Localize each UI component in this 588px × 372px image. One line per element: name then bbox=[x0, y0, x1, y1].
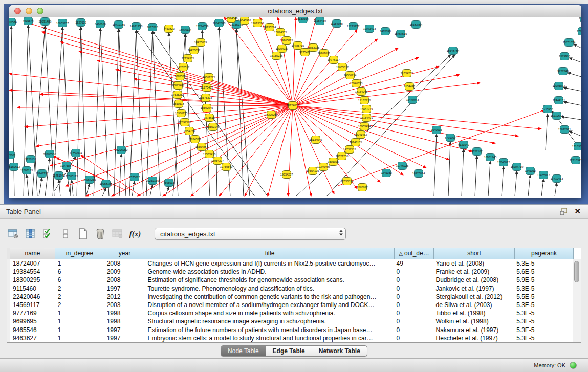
delete-column-icon[interactable] bbox=[94, 227, 106, 240]
column-header-title[interactable]: title bbox=[145, 248, 395, 259]
graph-node[interactable]: 20252150 bbox=[146, 177, 159, 185]
graph-node[interactable]: 14671958 bbox=[130, 23, 142, 30]
graph-node[interactable]: 7485093 bbox=[380, 28, 390, 35]
black-edge[interactable] bbox=[39, 178, 42, 196]
cell-name[interactable]: 18724007 bbox=[10, 259, 55, 268]
graph-node[interactable]: 9135045 bbox=[579, 17, 581, 23]
table-row[interactable]: 2242004622012Investigating the contribut… bbox=[7, 293, 573, 301]
cell-name[interactable]: 18300295 bbox=[10, 276, 55, 284]
cell-name[interactable]: 9699695 bbox=[10, 317, 55, 325]
red-edge[interactable] bbox=[293, 105, 518, 136]
cell-title[interactable]: Estimation of significance thresholds fo… bbox=[145, 276, 394, 284]
black-edge[interactable] bbox=[561, 117, 581, 120]
table-settings-icon[interactable] bbox=[7, 227, 19, 240]
graph-node[interactable]: 9852102 bbox=[471, 148, 482, 156]
scrollbar-thumb[interactable] bbox=[574, 261, 579, 282]
cell-year[interactable]: 1997 bbox=[104, 334, 145, 342]
column-header-name[interactable]: name bbox=[10, 248, 55, 259]
black-edge[interactable] bbox=[546, 114, 548, 150]
cell-in_degree[interactable]: 1 bbox=[55, 317, 104, 325]
black-edge[interactable] bbox=[236, 29, 244, 196]
cell-pagerank[interactable]: 5.3E-5 bbox=[514, 326, 573, 334]
graph-node[interactable]: 17957255 bbox=[83, 176, 96, 184]
graph-node[interactable]: 9550518 bbox=[173, 100, 184, 108]
graph-node[interactable]: 16954207 bbox=[211, 157, 224, 165]
black-edge[interactable] bbox=[132, 181, 135, 196]
graph-node[interactable]: 18757515 bbox=[395, 30, 407, 38]
black-edge[interactable] bbox=[448, 142, 450, 196]
black-edge[interactable] bbox=[27, 174, 29, 196]
cell-short[interactable]: Stergiakouli et al. (2012) bbox=[433, 293, 514, 301]
cell-pagerank[interactable]: 5.6E-5 bbox=[514, 268, 573, 276]
graph-node[interactable]: 8139564 bbox=[297, 17, 308, 23]
cell-title[interactable]: Investigating the contribution of common… bbox=[145, 293, 394, 301]
cell-name[interactable]: 14569117 bbox=[10, 301, 55, 309]
column-visibility-icon[interactable] bbox=[25, 227, 37, 240]
black-edge[interactable] bbox=[72, 180, 73, 196]
graph-node[interactable]: 14202512 bbox=[177, 63, 189, 71]
graph-node[interactable]: 20206536 bbox=[43, 150, 56, 158]
graph-node[interactable]: 1640935 bbox=[431, 126, 442, 134]
network-window[interactable]: citations_edges.txt 94165844935574206914… bbox=[9, 5, 581, 198]
black-edge[interactable] bbox=[53, 27, 62, 196]
red-edge[interactable] bbox=[25, 105, 293, 127]
graph-node[interactable]: 25206050 bbox=[115, 146, 127, 154]
black-edge[interactable] bbox=[86, 184, 90, 196]
cell-out_de[interactable]: 0 bbox=[394, 276, 433, 284]
cell-title[interactable]: Structural magnetic resonance image aver… bbox=[145, 317, 394, 325]
table-row[interactable]: 969969511998Structural magnetic resonanc… bbox=[7, 317, 573, 325]
row-height-icon[interactable] bbox=[59, 227, 72, 240]
graph-node[interactable]: 16925014 bbox=[412, 170, 425, 178]
graph-node[interactable]: 16461219 bbox=[360, 105, 373, 113]
graph-node[interactable]: 9329966 bbox=[559, 53, 570, 60]
red-edge[interactable] bbox=[245, 105, 293, 196]
cell-out_de[interactable]: 0 bbox=[394, 317, 433, 325]
hub-node[interactable]: 18724007 bbox=[287, 102, 299, 110]
graph-node[interactable]: 7463822 bbox=[163, 25, 174, 33]
black-edge[interactable] bbox=[219, 27, 230, 196]
tab-network-table[interactable]: Network Table bbox=[312, 346, 367, 356]
cell-title[interactable]: Embryonic stem cells: a model to study s… bbox=[145, 334, 394, 342]
cell-short[interactable]: Yano et al. (2008) bbox=[433, 259, 514, 268]
graph-node[interactable]: 12565410 bbox=[203, 150, 215, 158]
table-row[interactable]: 1830029562008Estimation of significance … bbox=[7, 276, 573, 284]
graph-node[interactable]: 6466160 bbox=[95, 20, 105, 28]
cell-pagerank[interactable]: 5.3E-5 bbox=[514, 317, 573, 325]
red-edge[interactable] bbox=[97, 60, 293, 105]
graph-node[interactable]: 4935574 bbox=[23, 17, 33, 25]
graph-node[interactable]: 19654207 bbox=[280, 171, 293, 179]
cell-pagerank[interactable]: 5.3E-5 bbox=[514, 285, 573, 293]
graph-node[interactable]: 18521250 bbox=[336, 152, 348, 160]
graph-node[interactable]: 12210345 bbox=[570, 157, 581, 164]
cell-in_degree[interactable]: 6 bbox=[55, 268, 104, 276]
black-edge[interactable] bbox=[129, 30, 136, 196]
graph-node[interactable]: 16648784 bbox=[447, 47, 459, 55]
graph-node[interactable]: 9525061 bbox=[9, 151, 16, 159]
graph-node[interactable]: 15440943 bbox=[406, 96, 419, 104]
graph-node[interactable]: 10973493 bbox=[363, 25, 376, 33]
graph-node[interactable]: 17776117 bbox=[328, 56, 340, 64]
graph-node[interactable]: 10735274 bbox=[264, 24, 276, 31]
function-builder-icon[interactable]: f(x) bbox=[129, 227, 141, 240]
graph-node[interactable]: 10746105 bbox=[350, 139, 362, 146]
black-edge[interactable] bbox=[216, 27, 219, 196]
column-header-pagerank[interactable]: pagerank bbox=[515, 248, 574, 259]
red-edge[interactable] bbox=[293, 17, 296, 105]
red-edge[interactable] bbox=[134, 79, 293, 105]
red-edge[interactable] bbox=[293, 83, 480, 105]
black-edge[interactable] bbox=[11, 26, 14, 196]
cell-pagerank[interactable]: 5.9E-5 bbox=[514, 276, 573, 284]
cell-year[interactable]: 1997 bbox=[104, 326, 145, 334]
cell-name[interactable]: 22420046 bbox=[10, 293, 55, 301]
graph-node[interactable]: 6791907 bbox=[445, 134, 455, 142]
black-edge[interactable] bbox=[202, 30, 210, 196]
column-header-short[interactable]: short bbox=[434, 248, 515, 259]
cell-pagerank[interactable]: 5.3E-5 bbox=[514, 309, 573, 317]
graph-node[interactable]: 13942737 bbox=[36, 170, 48, 178]
cell-short[interactable]: Dudbridge et al. (2008) bbox=[433, 276, 514, 284]
cell-year[interactable]: 1998 bbox=[104, 317, 145, 325]
red-edge[interactable] bbox=[219, 105, 293, 196]
float-panel-icon[interactable] bbox=[560, 208, 568, 215]
graph-node[interactable]: 9154490 bbox=[404, 83, 415, 91]
network-canvas[interactable]: 9416584493557420691406106532871527602646… bbox=[9, 17, 581, 198]
